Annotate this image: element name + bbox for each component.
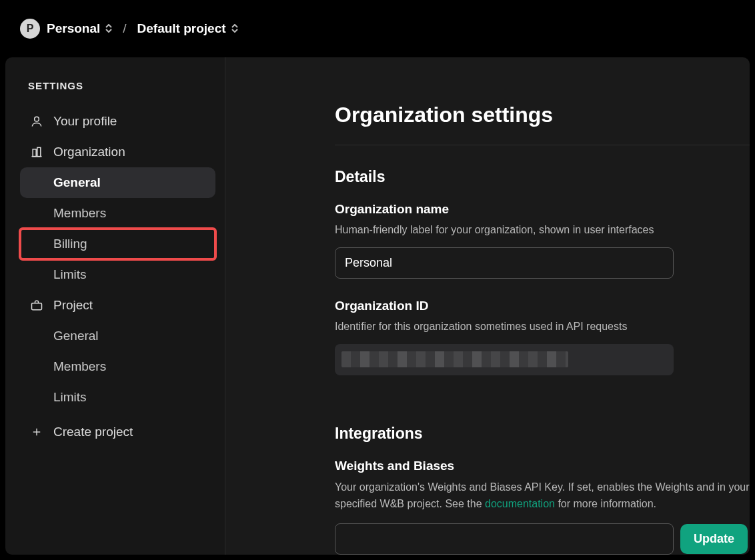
wandb-desc: Your organization's Weights and Biases A… [335, 479, 750, 513]
topbar: P Personal / Default project [0, 0, 755, 57]
org-name-label: Organization name [335, 202, 750, 217]
sidebar-item-create-project[interactable]: Create project [20, 417, 215, 447]
sidebar-item-profile[interactable]: Your profile [20, 106, 215, 137]
person-icon [29, 115, 44, 128]
details-section: Details Organization name Human-friendly… [335, 145, 750, 375]
integrations-section: Integrations Weights and Biases Your org… [335, 395, 750, 555]
sidebar-item-label: Create project [53, 425, 133, 439]
building-icon [29, 145, 44, 159]
details-heading: Details [335, 168, 750, 186]
page-title: Organization settings [335, 103, 750, 145]
sidebar-item-label: General [53, 175, 101, 190]
redacted-content [341, 351, 568, 367]
sidebar-heading: SETTINGS [20, 80, 215, 91]
chevron-sort-icon [231, 24, 238, 33]
update-button[interactable]: Update [680, 524, 748, 554]
sidebar-item-org-general[interactable]: General [20, 167, 215, 198]
org-name-desc: Human-friendly label for your organizati… [335, 222, 750, 238]
org-name-field: Organization name Human-friendly label f… [335, 202, 750, 279]
documentation-link[interactable]: documentation [485, 498, 555, 509]
org-id-desc: Identifier for this organization sometim… [335, 319, 750, 335]
wandb-desc-suffix: for more information. [555, 498, 656, 509]
sidebar-item-project-general[interactable]: General [20, 321, 215, 351]
wandb-api-key-input[interactable] [335, 523, 674, 555]
sidebar-item-label: Members [53, 206, 106, 221]
project-switcher[interactable]: Default project [137, 21, 238, 36]
sidebar-item-org-members[interactable]: Members [20, 198, 215, 229]
sidebar-item-label: General [53, 329, 99, 343]
org-name-input[interactable] [335, 247, 674, 279]
workspace: SETTINGS Your profile Organization Gener… [0, 57, 755, 560]
sidebar-item-label: Members [53, 359, 106, 374]
svg-rect-2 [37, 147, 41, 156]
main-panel: Organization settings Details Organizati… [225, 57, 750, 555]
sidebar-item-project[interactable]: Project [20, 290, 215, 321]
sidebar-item-project-limits[interactable]: Limits [20, 382, 215, 413]
org-switcher-label: Personal [47, 21, 100, 36]
org-id-label: Organization ID [335, 299, 750, 313]
avatar[interactable]: P [20, 19, 40, 39]
sidebar-item-label: Billing [53, 237, 87, 251]
integrations-heading: Integrations [335, 425, 750, 443]
chevron-sort-icon [105, 24, 112, 33]
sidebar-item-label: Organization [53, 145, 125, 159]
briefcase-icon [29, 299, 44, 312]
svg-point-0 [35, 117, 39, 121]
sidebar-item-label: Limits [53, 390, 87, 405]
svg-rect-4 [32, 303, 42, 309]
sidebar-item-org-billing[interactable]: Billing [20, 229, 215, 259]
svg-rect-1 [33, 149, 36, 157]
sidebar-item-organization[interactable]: Organization [20, 137, 215, 167]
org-id-field: Organization ID Identifier for this orga… [335, 299, 750, 375]
project-switcher-label: Default project [137, 21, 226, 36]
sidebar-item-label: Project [53, 298, 93, 313]
sidebar-item-label: Limits [53, 267, 87, 282]
org-switcher[interactable]: Personal [47, 21, 112, 36]
sidebar-item-project-members[interactable]: Members [20, 351, 215, 382]
sidebar: SETTINGS Your profile Organization Gener… [5, 57, 225, 555]
org-id-value[interactable] [335, 344, 674, 375]
wandb-label: Weights and Biases [335, 459, 750, 473]
plus-icon [29, 426, 44, 438]
sidebar-item-label: Your profile [53, 114, 117, 129]
breadcrumb-separator: / [123, 21, 126, 36]
sidebar-item-org-limits[interactable]: Limits [20, 259, 215, 290]
